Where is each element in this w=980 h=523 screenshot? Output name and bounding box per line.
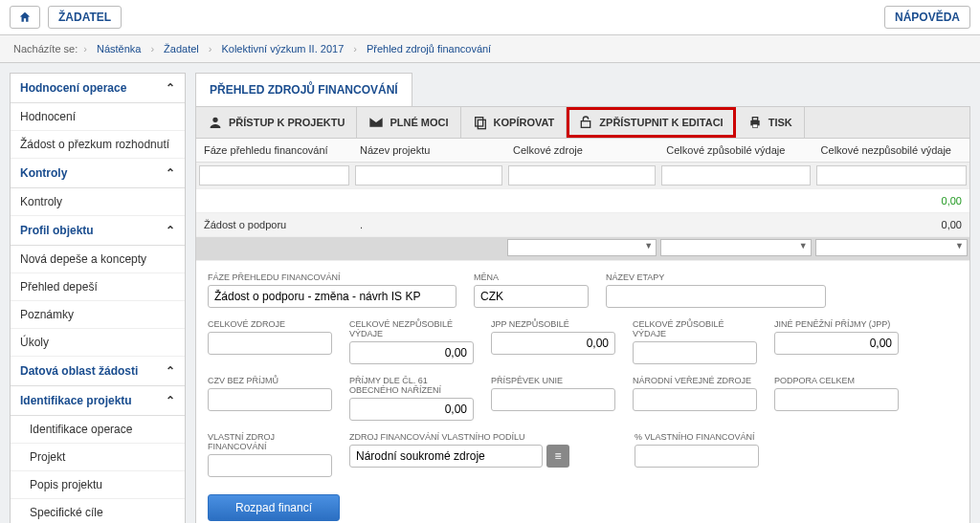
svg-rect-4: [752, 118, 757, 120]
sidebar-item-identifikace-operace[interactable]: Identifikace operace: [11, 416, 185, 444]
lookup-button[interactable]: ≡: [546, 445, 569, 468]
sidebar-item-zadost-prezkum[interactable]: Žádost o přezkum rozhodnutí: [11, 131, 185, 159]
people-icon: [208, 115, 223, 130]
chevron-up-icon: ⌃: [166, 81, 175, 95]
sidebar-group-kontroly[interactable]: Kontroly ⌃: [11, 159, 185, 188]
input-mena[interactable]: [474, 285, 589, 308]
input-podpora[interactable]: [774, 388, 899, 411]
input-jpp-nezpusobile[interactable]: [491, 332, 615, 355]
sidebar-item-prehled-depesi[interactable]: Přehled depeší: [11, 273, 185, 301]
label-zdroj-vlastniho: ZDROJ FINANCOVÁNÍ VLASTNÍHO PODÍLU: [349, 432, 569, 442]
input-prispevek-unie[interactable]: [491, 388, 615, 411]
label-prispevek-unie: PŘÍSPĚVEK UNIE: [491, 376, 615, 385]
sidebar-item-projekt[interactable]: Projekt: [11, 444, 185, 471]
list-icon: ≡: [554, 449, 561, 463]
col-celkove-zdroje[interactable]: Celkové zdroje: [505, 139, 658, 163]
svg-rect-5: [752, 124, 757, 127]
breadcrumb-item[interactable]: Kolektivní výzkum II. 2017: [217, 43, 347, 54]
chevron-up-icon: ⌃: [166, 166, 175, 180]
table-paging: [196, 237, 969, 261]
svg-rect-0: [475, 118, 482, 126]
label-pct-vlastniho: % VLASTNÍHO FINANCOVÁNÍ: [635, 432, 759, 442]
input-nazev-etapy[interactable]: [606, 285, 826, 308]
zadatel-button[interactable]: ŽADATEL: [48, 6, 122, 29]
panel-title: PŘEHLED ZDROJŮ FINANCOVÁNÍ: [195, 73, 412, 106]
input-celkove-nezpusobile[interactable]: [349, 341, 474, 364]
input-jpp[interactable]: [774, 332, 899, 355]
home-icon: [18, 11, 32, 24]
input-czv[interactable]: [208, 388, 332, 411]
sidebar-item-popis-projektu[interactable]: Popis projektu: [11, 471, 185, 499]
paging-select[interactable]: [507, 239, 657, 256]
label-prijmy61: PŘÍJMY DLE ČL. 61 OBECNÉHO NAŘÍZENÍ: [349, 376, 474, 395]
rozpad-financi-button[interactable]: Rozpad financí: [208, 494, 340, 521]
col-celkove-nezpusobile[interactable]: Celkové nezpůsobilé výdaje: [813, 139, 969, 163]
sidebar-item-specificke-cile[interactable]: Specifické cíle: [11, 499, 185, 523]
filter-zpusobile[interactable]: [661, 165, 810, 185]
breadcrumb-item[interactable]: Nástěnka: [93, 43, 145, 54]
col-nazev[interactable]: Název projektu: [352, 139, 505, 163]
sidebar-group-identifikace-projektu[interactable]: Identifikace projektu ⌃: [11, 386, 185, 416]
sidebar: Hodnocení operace ⌃ Hodnocení Žádost o p…: [10, 73, 186, 523]
label-jpp-nezpusobile: JPP NEZPŮSOBILÉ: [491, 319, 615, 329]
copy-icon: [473, 115, 488, 130]
table-row[interactable]: Žádost o podporu . 0,00: [196, 213, 969, 237]
envelope-icon: [368, 115, 384, 130]
col-celkove-zpusobile[interactable]: Celkové způsobilé výdaje: [658, 139, 813, 163]
sidebar-item-poznamky[interactable]: Poznámky: [11, 301, 185, 329]
tisk-button[interactable]: TISK: [736, 107, 805, 138]
input-prijmy61[interactable]: [349, 398, 474, 421]
sidebar-item-ukoly[interactable]: Úkoly: [11, 329, 185, 357]
sidebar-item-nova-depese[interactable]: Nová depeše a koncepty: [11, 246, 185, 273]
paging-select[interactable]: [815, 239, 968, 256]
plne-moci-button[interactable]: PLNÉ MOCI: [357, 107, 460, 138]
sidebar-item-hodnoceni[interactable]: Hodnocení: [11, 103, 185, 131]
breadcrumb-item[interactable]: Přehled zdrojů financování: [363, 43, 495, 54]
label-celkove-zdroje: CELKOVÉ ZDROJE: [208, 319, 332, 329]
zpristupnit-k-editaci-button[interactable]: ZPŘÍSTUPNIT K EDITACI: [567, 107, 735, 138]
label-nazev-etapy: NÁZEV ETAPY: [606, 272, 826, 282]
input-zdroj-vlastniho[interactable]: [349, 445, 543, 468]
chevron-up-icon: ⌃: [166, 394, 175, 407]
table-row[interactable]: 0,00: [196, 189, 969, 213]
sidebar-group-hodnoceni-operace[interactable]: Hodnocení operace ⌃: [11, 74, 185, 103]
svg-rect-1: [478, 120, 485, 128]
napoveda-button[interactable]: NÁPOVĚDA: [884, 6, 970, 29]
paging-select[interactable]: [660, 239, 811, 256]
kopirovat-button[interactable]: KOPÍROVAT: [461, 107, 568, 138]
label-czv: CZV BEZ PŘÍJMŮ: [208, 376, 332, 385]
sidebar-item-kontroly[interactable]: Kontroly: [11, 188, 185, 216]
label-vlastni-zdroj: VLASTNÍ ZDROJ FINANCOVÁNÍ: [208, 432, 332, 451]
label-narodni: NÁRODNÍ VEŘEJNÉ ZDROJE: [633, 376, 757, 385]
label-podpora: PODPORA CELKEM: [774, 376, 899, 385]
pristup-k-projektu-button[interactable]: PŘÍSTUP K PROJEKTU: [196, 107, 357, 138]
print-icon: [747, 115, 763, 130]
input-pct-vlastniho[interactable]: [635, 445, 759, 468]
filter-nezpusobile[interactable]: [816, 165, 967, 185]
sidebar-group-profil-objektu[interactable]: Profil objektu ⌃: [11, 216, 185, 246]
input-faze[interactable]: [208, 285, 457, 308]
input-celkove-zdroje[interactable]: [208, 332, 332, 355]
sidebar-group-datova-oblast[interactable]: Datová oblast žádosti ⌃: [11, 357, 185, 386]
chevron-up-icon: ⌃: [166, 224, 175, 237]
unlock-icon: [578, 115, 593, 130]
filter-faze[interactable]: [199, 165, 349, 185]
filter-zdroje[interactable]: [508, 165, 656, 185]
label-celkove-nezpusobile: CELKOVÉ NEZPŮSOBILÉ VÝDAJE: [349, 319, 474, 338]
chevron-up-icon: ⌃: [166, 364, 175, 378]
financing-table: Fáze přehledu financování Název projektu…: [196, 139, 969, 261]
home-button[interactable]: [10, 6, 40, 29]
label-faze: FÁZE PŘEHLEDU FINANCOVÁNÍ: [208, 272, 457, 282]
svg-rect-2: [582, 121, 590, 128]
col-faze[interactable]: Fáze přehledu financování: [196, 139, 352, 163]
label-mena: MĚNA: [474, 272, 589, 282]
input-celkove-zpusobile[interactable]: [633, 341, 757, 364]
breadcrumb-label: Nacházíte se:: [13, 43, 78, 54]
breadcrumb: Nacházíte se: › Nástěnka › Žadatel › Kol…: [0, 35, 980, 63]
label-celkove-zpusobile: CELKOVÉ ZPŮSOBILÉ VÝDAJE: [633, 319, 757, 338]
input-narodni[interactable]: [633, 388, 757, 411]
filter-nazev[interactable]: [355, 165, 502, 185]
breadcrumb-item[interactable]: Žadatel: [160, 43, 203, 54]
input-vlastni-zdroj[interactable]: [208, 454, 332, 477]
label-jpp: JINÉ PENĚŽNÍ PŘÍJMY (JPP): [774, 319, 899, 329]
